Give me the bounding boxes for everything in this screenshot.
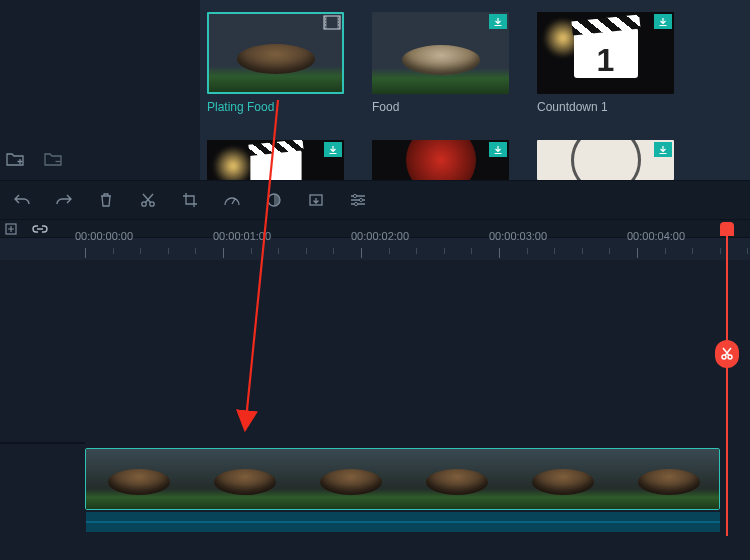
download-icon[interactable] (654, 14, 672, 29)
add-marker-button[interactable] (0, 220, 22, 238)
media-thumbnail[interactable] (372, 140, 509, 180)
playhead[interactable] (720, 222, 734, 236)
media-library: Plating Food Food 1 Countdown 1 (0, 0, 750, 180)
timeline-ruler[interactable]: 00:00:00:00 00:00:01:00 00:00:02:00 00:0… (85, 226, 750, 260)
media-thumbnail[interactable]: 1 (537, 12, 674, 94)
download-icon[interactable] (489, 14, 507, 29)
export-button[interactable] (306, 190, 326, 210)
timeline-body[interactable]: Plating_Food 1 (0, 260, 750, 560)
download-icon[interactable] (654, 142, 672, 157)
media-item[interactable] (537, 140, 674, 180)
media-grid: Plating Food Food 1 Countdown 1 (207, 12, 737, 114)
timecode: 00:00:00:00 (75, 230, 133, 242)
ruler-ticks (85, 248, 750, 258)
download-icon[interactable] (489, 142, 507, 157)
color-button[interactable] (264, 190, 284, 210)
media-item-food[interactable]: Food (372, 12, 509, 114)
media-grid-row2 (207, 140, 737, 180)
delete-button[interactable] (96, 190, 116, 210)
clip-frame (86, 449, 192, 509)
media-item[interactable] (372, 140, 509, 180)
timecode: 00:00:01:00 (213, 230, 271, 242)
adjust-button[interactable] (348, 190, 368, 210)
media-label: Plating Food (207, 100, 344, 114)
timecode: 00:00:02:00 (351, 230, 409, 242)
svg-point-7 (353, 194, 356, 197)
timeline-toolbar (0, 180, 750, 220)
media-thumbnail[interactable] (207, 140, 344, 180)
media-label: Food (372, 100, 509, 114)
video-clip[interactable]: Plating_Food (85, 448, 720, 510)
crop-button[interactable] (180, 190, 200, 210)
timecode: 00:00:03:00 (489, 230, 547, 242)
countdown-number: 1 (574, 42, 638, 79)
media-item-plating-food[interactable]: Plating Food (207, 12, 344, 114)
new-folder-icon[interactable] (6, 151, 24, 166)
media-thumbnail[interactable] (372, 12, 509, 94)
cut-button[interactable] (138, 190, 158, 210)
clip-frame (510, 449, 616, 509)
timecode: 00:00:04:00 (627, 230, 685, 242)
filmstrip-icon (323, 15, 341, 30)
download-icon[interactable] (324, 142, 342, 157)
undo-button[interactable] (12, 190, 32, 210)
media-thumbnail[interactable] (207, 12, 344, 94)
media-item-countdown-1[interactable]: 1 Countdown 1 (537, 12, 674, 114)
svg-point-9 (354, 202, 357, 205)
redo-button[interactable] (54, 190, 74, 210)
media-label: Countdown 1 (537, 100, 674, 114)
media-thumbnail[interactable] (537, 140, 674, 180)
clip-frame (616, 449, 720, 509)
audio-track[interactable] (86, 512, 720, 532)
clip-frame (404, 449, 510, 509)
remove-folder-icon[interactable] (44, 151, 62, 166)
library-sidebar (0, 0, 200, 180)
split-handle[interactable] (715, 340, 739, 368)
link-button[interactable] (30, 220, 50, 238)
speed-button[interactable] (222, 190, 242, 210)
clip-frame (298, 449, 404, 509)
media-item[interactable] (207, 140, 344, 180)
svg-point-8 (359, 198, 362, 201)
clip-frame (192, 449, 298, 509)
